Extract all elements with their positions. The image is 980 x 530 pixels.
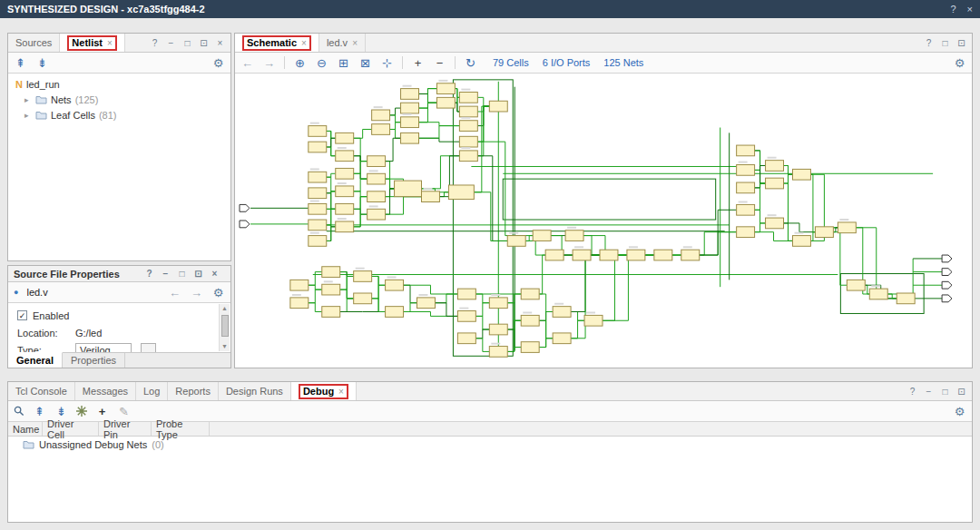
schematic-net[interactable]	[421, 156, 459, 189]
column-header-driver-pin[interactable]: Driver Pin	[99, 422, 152, 436]
schematic-net[interactable]	[309, 290, 322, 303]
schematic-net[interactable]	[386, 189, 395, 214]
schematic-cell[interactable]	[533, 231, 551, 241]
expand-cone-icon[interactable]: +	[411, 57, 425, 69]
tree-item-leaf-cells[interactable]: ▸ Leaf Cells (81)	[8, 107, 230, 123]
tab-sources[interactable]: Sources	[8, 34, 60, 52]
schematic-net[interactable]	[475, 329, 489, 339]
schematic-net[interactable]	[477, 106, 489, 156]
scroll-up-icon[interactable]: ▲	[221, 304, 228, 313]
schematic-net[interactable]	[390, 108, 401, 115]
help-icon[interactable]: ?	[950, 4, 956, 15]
schematic-cell[interactable]	[457, 311, 475, 322]
schematic-cell[interactable]	[654, 250, 672, 260]
schematic-net[interactable]	[455, 103, 459, 112]
tab-log[interactable]: Log	[136, 382, 168, 400]
schematic-net[interactable]	[475, 294, 489, 303]
schematic-cell[interactable]	[368, 191, 386, 202]
schematic-cell[interactable]	[489, 324, 507, 335]
schematic-net[interactable]	[404, 303, 417, 312]
schematic-net[interactable]	[390, 123, 401, 130]
schematic-net[interactable]	[755, 210, 766, 223]
schematic-net[interactable]	[865, 285, 869, 294]
scroll-down-icon[interactable]: ▼	[221, 342, 228, 351]
tab-design-runs[interactable]: Design Runs	[219, 382, 291, 400]
float-icon[interactable]: ⊡	[956, 38, 966, 48]
schematic-net[interactable]	[474, 192, 507, 241]
schematic-net[interactable]	[327, 191, 336, 210]
schematic-cell[interactable]	[457, 289, 475, 299]
tab-tcl-console[interactable]: Tcl Console	[8, 382, 75, 400]
float-icon[interactable]: ⊡	[193, 269, 203, 279]
schematic-net[interactable]	[474, 106, 489, 192]
schematic-net[interactable]	[386, 138, 401, 161]
tab-general[interactable]: General	[8, 352, 63, 368]
schematic-cell[interactable]	[553, 333, 571, 344]
schematic-net[interactable]	[571, 320, 584, 339]
schematic-cell[interactable]	[401, 103, 419, 113]
forward-icon[interactable]: →	[262, 57, 276, 69]
schematic-net[interactable]	[386, 197, 422, 215]
schematic-cell[interactable]	[322, 284, 340, 295]
schematic-output-port[interactable]	[942, 255, 952, 262]
schematic-net[interactable]	[603, 255, 654, 320]
schematic-cell[interactable]	[766, 218, 784, 229]
schematic-net[interactable]	[309, 272, 322, 286]
schematic-cell[interactable]	[459, 136, 477, 147]
schematic-cell[interactable]	[600, 250, 618, 260]
schematic-cell[interactable]	[815, 227, 833, 238]
schematic-net[interactable]	[354, 179, 368, 191]
back-icon[interactable]: ←	[240, 57, 254, 69]
schematic-net[interactable]	[354, 129, 372, 138]
scrollbar-thumb[interactable]	[221, 315, 229, 337]
schematic-net[interactable]	[354, 173, 368, 179]
schematic-net[interactable]	[390, 129, 401, 138]
schematic-cell[interactable]	[489, 347, 507, 358]
schematic-cell[interactable]	[457, 333, 475, 344]
schematic-net[interactable]	[887, 294, 897, 299]
schematic-cell[interactable]	[545, 250, 564, 260]
schematic-cell[interactable]	[401, 132, 419, 143]
schematic-cell[interactable]	[681, 250, 700, 260]
schematic-cell[interactable]	[336, 203, 354, 214]
schematic-cell[interactable]	[459, 106, 477, 117]
column-header-driver-cell[interactable]: Driver Cell	[43, 422, 99, 436]
schematic-net[interactable]	[539, 312, 553, 348]
schematic-cell[interactable]	[521, 342, 539, 353]
schematic-cell[interactable]	[838, 222, 856, 233]
schematic-net[interactable]	[571, 312, 584, 321]
tab-debug[interactable]: Debug ×	[291, 382, 357, 400]
schematic-cell[interactable]	[766, 178, 784, 189]
schematic-cell[interactable]	[322, 307, 340, 318]
schematic-cell[interactable]	[309, 220, 327, 231]
schematic-cell[interactable]	[368, 173, 386, 184]
schematic-net[interactable]	[372, 285, 386, 299]
schematic-net[interactable]	[354, 162, 368, 174]
collapse-all-icon[interactable]: ⇞	[33, 406, 46, 417]
schematic-net[interactable]	[507, 294, 521, 303]
close-icon[interactable]: ×	[215, 38, 225, 48]
schematic-cell[interactable]	[897, 293, 915, 304]
schematic-cell[interactable]	[489, 101, 507, 112]
schematic-cell[interactable]	[368, 156, 386, 167]
schematic-cell[interactable]	[309, 236, 327, 247]
chevron-right-icon[interactable]: ▸	[24, 111, 32, 120]
collapse-cone-icon[interactable]: −	[433, 57, 446, 69]
vertical-scrollbar[interactable]: ▲ ▼	[219, 304, 230, 351]
schematic-cell[interactable]	[847, 280, 865, 290]
schematic-net[interactable]	[386, 179, 395, 189]
schematic-cell[interactable]	[386, 307, 404, 318]
tree-item-led-run[interactable]: N led_run	[8, 76, 230, 92]
schematic-cell[interactable]	[553, 307, 571, 318]
nets-stat-link[interactable]: 125 Nets	[603, 57, 643, 68]
schematic-cell[interactable]	[737, 182, 755, 193]
schematic-cell[interactable]	[368, 209, 386, 220]
schematic-net[interactable]	[833, 232, 847, 286]
schematic-cell[interactable]	[354, 271, 372, 282]
schematic-cell[interactable]	[573, 250, 591, 260]
schematic-cell[interactable]	[448, 185, 474, 200]
zoom-in-icon[interactable]: ⊕	[293, 57, 307, 69]
tab-schematic[interactable]: Schematic ×	[235, 34, 319, 52]
schematic-cell[interactable]	[436, 97, 455, 108]
schematic-net[interactable]	[603, 255, 627, 320]
